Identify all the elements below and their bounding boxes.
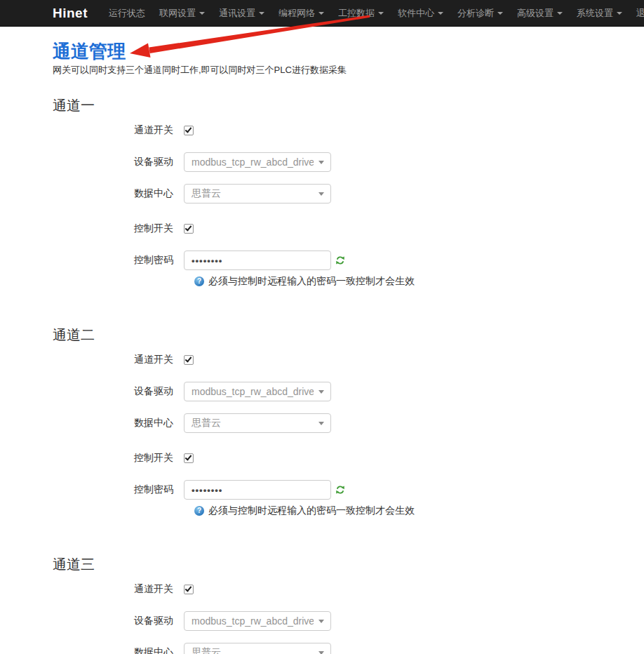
chevron-down-icon xyxy=(318,192,324,196)
refresh-icon[interactable] xyxy=(335,485,345,495)
help-icon xyxy=(194,506,204,516)
device-driver-label: 设备驱动 xyxy=(53,615,184,627)
page-description: 网关可以同时支持三个通道同时工作,即可以同时对三个PLC进行数据采集 xyxy=(53,65,644,76)
navbar-item[interactable]: 工控数据 xyxy=(331,0,391,27)
control-password-input[interactable] xyxy=(184,480,331,500)
channel-switch-label: 通道开关 xyxy=(53,354,184,366)
chevron-down-icon xyxy=(318,422,324,425)
chevron-down-icon xyxy=(318,620,324,623)
control-password-row: 控制密码 xyxy=(53,251,644,270)
channel-switch-row: 通道开关 xyxy=(53,580,644,599)
data-center-row: 数据中心 思普云 xyxy=(53,413,644,433)
chevron-down-icon xyxy=(199,12,205,15)
channel-switch-checkbox[interactable] xyxy=(184,585,194,594)
control-switch-checkbox[interactable] xyxy=(184,224,194,234)
control-switch-label: 控制开关 xyxy=(53,222,184,235)
refresh-icon[interactable] xyxy=(335,255,345,265)
data-center-value: 思普云 xyxy=(192,646,221,654)
device-driver-value: modbus_tcp_rw_abcd_driver xyxy=(192,386,314,397)
device-driver-label: 设备驱动 xyxy=(53,385,184,398)
channel-switch-row: 通道开关 xyxy=(53,350,644,370)
channel-heading: 通道三 xyxy=(53,554,644,574)
password-help-text: 必须与控制时远程输入的密码一致控制才会生效 xyxy=(208,275,415,288)
chevron-down-icon xyxy=(378,12,384,15)
channel-heading: 通道二 xyxy=(53,325,644,345)
device-driver-select[interactable]: modbus_tcp_rw_abcd_driver xyxy=(184,152,331,172)
device-driver-value: modbus_tcp_rw_abcd_driver xyxy=(192,615,314,627)
channel-heading: 通道一 xyxy=(53,95,644,115)
control-password-label: 控制密码 xyxy=(53,483,184,496)
chevron-down-icon xyxy=(438,12,443,15)
navbar-item[interactable]: 系统设置 xyxy=(570,0,629,27)
navbar-item[interactable]: 高级设置 xyxy=(510,0,570,27)
main-content: 通道管理 网关可以同时支持三个通道同时工作,即可以同时对三个PLC进行数据采集 … xyxy=(0,41,644,654)
password-help-row: 必须与控制时远程输入的密码一致控制才会生效 xyxy=(194,274,644,288)
device-driver-select[interactable]: modbus_tcp_rw_abcd_driver xyxy=(184,382,331,401)
check-icon xyxy=(185,126,192,133)
chevron-down-icon xyxy=(318,390,324,394)
check-icon xyxy=(185,453,192,460)
navbar-item[interactable]: 分析诊断 xyxy=(450,0,510,27)
chevron-down-icon xyxy=(617,12,622,15)
device-driver-value: modbus_tcp_rw_abcd_driver xyxy=(192,156,314,168)
control-switch-checkbox[interactable] xyxy=(184,453,194,463)
navbar-item[interactable]: 编程网络 xyxy=(271,0,331,27)
channels: 通道一 通道开关 设备驱动 modbus_tcp_rw_abcd_driver … xyxy=(0,95,644,654)
chevron-down-icon xyxy=(318,651,324,654)
page-title: 通道管理 xyxy=(53,41,644,62)
channel-section: 通道三 通道开关 设备驱动 modbus_tcp_rw_abcd_driver … xyxy=(0,554,644,654)
check-icon xyxy=(185,355,192,362)
top-navbar: Hinet 运行状态联网设置通讯设置编程网络工控数据软件中心分析诊断高级设置系统… xyxy=(0,0,644,27)
data-center-select[interactable]: 思普云 xyxy=(184,184,331,203)
navbar-item[interactable]: 联网设置 xyxy=(152,0,212,27)
control-switch-label: 控制开关 xyxy=(53,452,184,465)
device-driver-row: 设备驱动 modbus_tcp_rw_abcd_driver xyxy=(53,611,644,631)
data-center-row: 数据中心 思普云 xyxy=(53,184,644,203)
data-center-label: 数据中心 xyxy=(53,646,184,654)
navbar-menu: 运行状态联网设置通讯设置编程网络工控数据软件中心分析诊断高级设置系统设置退出 xyxy=(102,0,644,27)
chevron-down-icon xyxy=(318,12,324,15)
check-icon xyxy=(185,585,192,592)
chevron-down-icon xyxy=(318,161,324,164)
data-center-select[interactable]: 思普云 xyxy=(184,643,331,654)
check-icon xyxy=(185,224,192,231)
device-driver-label: 设备驱动 xyxy=(53,156,184,168)
channel-switch-checkbox[interactable] xyxy=(184,126,194,135)
navbar-item[interactable]: 软件中心 xyxy=(391,0,450,27)
channel-switch-row: 通道开关 xyxy=(53,121,644,140)
control-password-label: 控制密码 xyxy=(53,254,184,267)
channel-section: 通道一 通道开关 设备驱动 modbus_tcp_rw_abcd_driver … xyxy=(0,95,644,288)
chevron-down-icon xyxy=(557,12,563,15)
device-driver-select[interactable]: modbus_tcp_rw_abcd_driver xyxy=(184,611,331,631)
navbar-item[interactable]: 退出 xyxy=(629,0,644,27)
data-center-label: 数据中心 xyxy=(53,417,184,429)
device-driver-row: 设备驱动 modbus_tcp_rw_abcd_driver xyxy=(53,382,644,401)
device-driver-row: 设备驱动 modbus_tcp_rw_abcd_driver xyxy=(53,152,644,172)
data-center-row: 数据中心 思普云 xyxy=(53,643,644,654)
navbar-item[interactable]: 通讯设置 xyxy=(212,0,271,27)
control-password-row: 控制密码 xyxy=(53,480,644,500)
password-help-text: 必须与控制时远程输入的密码一致控制才会生效 xyxy=(208,505,415,517)
channel-switch-checkbox[interactable] xyxy=(184,355,194,365)
data-center-value: 思普云 xyxy=(192,187,221,200)
data-center-value: 思普云 xyxy=(192,417,221,429)
password-help-row: 必须与控制时远程输入的密码一致控制才会生效 xyxy=(194,504,644,518)
data-center-select[interactable]: 思普云 xyxy=(184,413,331,433)
brand-logo[interactable]: Hinet xyxy=(53,6,88,21)
channel-switch-label: 通道开关 xyxy=(53,583,184,596)
control-password-input[interactable] xyxy=(184,251,331,270)
data-center-label: 数据中心 xyxy=(53,187,184,200)
control-switch-row: 控制开关 xyxy=(53,448,644,468)
chevron-down-icon xyxy=(259,12,264,15)
channel-section: 通道二 通道开关 设备驱动 modbus_tcp_rw_abcd_driver … xyxy=(0,325,644,518)
chevron-down-icon xyxy=(497,12,503,15)
help-icon xyxy=(194,276,204,286)
channel-switch-label: 通道开关 xyxy=(53,124,184,137)
navbar-item[interactable]: 运行状态 xyxy=(102,0,152,27)
control-switch-row: 控制开关 xyxy=(53,219,644,239)
